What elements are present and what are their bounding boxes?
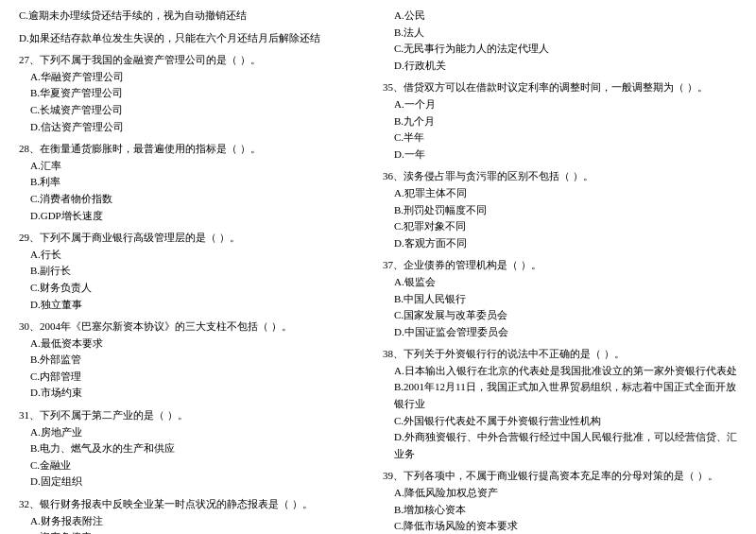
option-29-b: B.副行长	[19, 263, 373, 280]
option-36-d: D.客观方面不同	[383, 235, 737, 252]
question-text-32: 32、银行财务报表中反映全业某一时点状况的静态报表是（ ）。	[19, 496, 373, 513]
question-block-37: 37、企业债券的管理机构是（ ）。 A.银监会 B.中国人民银行 C.国家发展与…	[383, 257, 737, 340]
question-block-d1: D.如果还结存款单位发生失误的，只能在六个月还结月后解除还结	[19, 30, 373, 47]
question-block-c1: C.逾期未办理续贷还结手续的，视为自动撤销还结	[19, 8, 373, 25]
option-32-b: B.资产负债表	[19, 529, 373, 534]
right-column: A.公民 B.法人 C.无民事行为能力人的法定代理人 D.行政机关 35、借贷双…	[383, 8, 737, 534]
option-28-a: A.汇率	[19, 158, 373, 175]
option-35-a: A.一个月	[383, 96, 737, 113]
option-34-d: D.行政机关	[383, 58, 737, 75]
option-27-c: C.长城资产管理公司	[19, 102, 373, 119]
question-text-c1: C.逾期未办理续贷还结手续的，视为自动撤销还结	[19, 8, 373, 25]
option-36-c: C.犯罪对象不同	[383, 218, 737, 235]
option-38-d: D.外商独资银行、中外合营银行经过中国人民银行批准，可以经营信贷、汇业务	[383, 429, 737, 462]
question-text-27: 27、下列不属于我国的金融资产管理公司的是（ ）。	[19, 52, 373, 69]
option-37-b: B.中国人民银行	[383, 291, 737, 308]
option-30-d: D.市场约束	[19, 385, 373, 402]
question-block-29: 29、下列不属于商业银行高级管理层的是（ ）。 A.行长 B.副行长 C.财务负…	[19, 230, 373, 313]
question-text-38: 38、下列关于外资银行行的说法中不正确的是（ ）。	[383, 346, 737, 363]
option-35-b: B.九个月	[383, 113, 737, 130]
question-text-28: 28、在衡量通货膨胀时，最普遍使用的指标是（ ）。	[19, 141, 373, 158]
question-block-36: 36、渎务侵占罪与贪污罪的区别不包括（ ）。 A.犯罪主体不同 B.刑罚处罚幅度…	[383, 168, 737, 251]
option-38-b: B.2001年12月11日，我国正式加入世界贸易组织，标志着中国正式全面开放银行…	[383, 379, 737, 412]
question-block-32: 32、银行财务报表中反映全业某一时点状况的静态报表是（ ）。 A.财务报表附注 …	[19, 496, 373, 534]
option-31-b: B.电力、燃气及水的生产和供应	[19, 440, 373, 457]
question-block-31: 31、下列不属于第二产业的是（ ）。 A.房地产业 B.电力、燃气及水的生产和供…	[19, 407, 373, 491]
option-37-a: A.银监会	[383, 274, 737, 291]
two-column-layout: C.逾期未办理续贷还结手续的，视为自动撤销还结 D.如果还结存款单位发生失误的，…	[19, 8, 737, 534]
option-28-d: D.GDP增长速度	[19, 208, 373, 225]
option-34-b: B.法人	[383, 25, 737, 42]
option-31-a: A.房地产业	[19, 424, 373, 441]
option-36-b: B.刑罚处罚幅度不同	[383, 202, 737, 219]
question-text-31: 31、下列不属于第二产业的是（ ）。	[19, 407, 373, 424]
option-29-c: C.财务负责人	[19, 280, 373, 297]
question-text-d1: D.如果还结存款单位发生失误的，只能在六个月还结月后解除还结	[19, 30, 373, 47]
option-30-c: C.内部管理	[19, 369, 373, 386]
option-35-c: C.半年	[383, 129, 737, 146]
question-block-39: 39、下列各项中，不属于商业银行提高资本充足率的分母对策的是（ ）。 A.降低风…	[383, 468, 737, 534]
question-block-38: 38、下列关于外资银行行的说法中不正确的是（ ）。 A.日本输出入银行在北京的代…	[383, 346, 737, 462]
question-block-30: 30、2004年《巴塞尔新资本协议》的三大支柱不包括（ ）。 A.最低资本要求 …	[19, 319, 373, 402]
option-37-d: D.中国证监会管理委员会	[383, 324, 737, 341]
option-27-a: A.华融资产管理公司	[19, 69, 373, 86]
option-34-c: C.无民事行为能力人的法定代理人	[383, 41, 737, 58]
question-text-37: 37、企业债券的管理机构是（ ）。	[383, 257, 737, 274]
option-34-a: A.公民	[383, 8, 737, 25]
option-39-c: C.降低市场风险的资本要求	[383, 518, 737, 534]
question-text-39: 39、下列各项中，不属于商业银行提高资本充足率的分母对策的是（ ）。	[383, 468, 737, 485]
option-28-c: C.消费者物价指数	[19, 191, 373, 208]
question-block-34-opts: A.公民 B.法人 C.无民事行为能力人的法定代理人 D.行政机关	[383, 8, 737, 74]
option-30-a: A.最低资本要求	[19, 336, 373, 353]
option-35-d: D.一年	[383, 146, 737, 164]
option-32-a: A.财务报表附注	[19, 513, 373, 530]
option-38-c: C.外国银行代表处不属于外资银行营业性机构	[383, 413, 737, 430]
option-38-a: A.日本输出入银行在北京的代表处是我国批准设立的第一家外资银行代表处	[383, 363, 737, 380]
option-27-d: D.信达资产管理公司	[19, 119, 373, 136]
option-30-b: B.外部监管	[19, 352, 373, 369]
question-block-35: 35、借贷双方可以在借款时议定利率的调整时间，一般调整期为（ ）。 A.一个月 …	[383, 79, 737, 163]
left-column: C.逾期未办理续贷还结手续的，视为自动撤销还结 D.如果还结存款单位发生失误的，…	[19, 8, 373, 534]
option-29-a: A.行长	[19, 247, 373, 264]
option-31-d: D.固定组织	[19, 474, 373, 491]
option-27-b: B.华夏资产管理公司	[19, 85, 373, 102]
question-text-35: 35、借贷双方可以在借款时议定利率的调整时间，一般调整期为（ ）。	[383, 79, 737, 96]
option-37-c: C.国家发展与改革委员会	[383, 307, 737, 324]
page-container: C.逾期未办理续贷还结手续的，视为自动撤销还结 D.如果还结存款单位发生失误的，…	[19, 8, 737, 534]
option-31-c: C.金融业	[19, 457, 373, 474]
question-block-27: 27、下列不属于我国的金融资产管理公司的是（ ）。 A.华融资产管理公司 B.华…	[19, 52, 373, 135]
question-text-29: 29、下列不属于商业银行高级管理层的是（ ）。	[19, 230, 373, 247]
option-29-d: D.独立董事	[19, 297, 373, 314]
question-text-30: 30、2004年《巴塞尔新资本协议》的三大支柱不包括（ ）。	[19, 319, 373, 336]
question-block-28: 28、在衡量通货膨胀时，最普遍使用的指标是（ ）。 A.汇率 B.利率 C.消费…	[19, 141, 373, 224]
option-28-b: B.利率	[19, 174, 373, 191]
option-39-b: B.增加核心资本	[383, 502, 737, 519]
option-39-a: A.降低风险加权总资产	[383, 485, 737, 502]
question-text-36: 36、渎务侵占罪与贪污罪的区别不包括（ ）。	[383, 168, 737, 185]
option-36-a: A.犯罪主体不同	[383, 185, 737, 202]
